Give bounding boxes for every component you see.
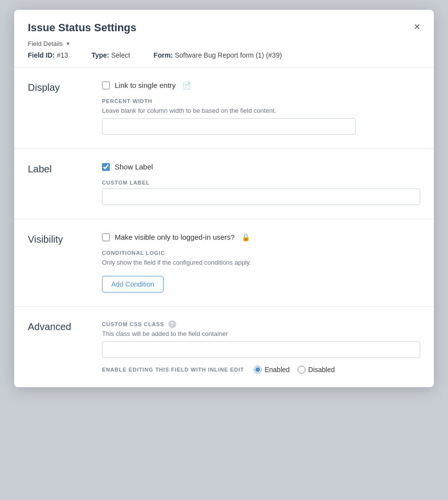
link-to-single-entry-row: Link to single entry 📄 <box>102 81 420 89</box>
logged-in-checkbox[interactable] <box>102 233 110 241</box>
file-icon: 📄 <box>183 82 191 89</box>
form-label: Form: <box>154 51 173 59</box>
inline-edit-disabled-radio[interactable] <box>298 366 305 374</box>
inline-edit-enabled-option[interactable]: Enabled <box>254 366 289 374</box>
modal-container: × Issue Status Settings Field Details ▼ … <box>14 10 434 387</box>
field-details-toggle[interactable]: Field Details ▼ <box>28 40 420 47</box>
form-item: Form: Software Bug Report form (1) (#39) <box>154 51 282 59</box>
close-button[interactable]: × <box>410 20 424 34</box>
display-section-label: Display <box>28 81 86 135</box>
inline-edit-row: ENABLE EDITING THIS FIELD WITH INLINE ED… <box>102 366 420 374</box>
lock-icon: 🔒 <box>242 233 250 241</box>
custom-css-hint: This class will be added to the field co… <box>102 330 420 337</box>
form-value: Software Bug Report form (1) (#39) <box>175 51 282 59</box>
visibility-section-label: Visibility <box>28 233 86 292</box>
inline-edit-enabled-label: Enabled <box>265 366 289 374</box>
label-section-label: Label <box>28 163 86 205</box>
help-icon[interactable]: ? <box>168 320 176 328</box>
advanced-section: Advanced CUSTOM CSS CLASS ? This class w… <box>14 307 434 387</box>
link-to-single-entry-label[interactable]: Link to single entry <box>115 81 176 89</box>
link-to-single-entry-checkbox[interactable] <box>102 82 110 89</box>
visibility-section: Visibility Make visible only to logged-i… <box>14 219 434 307</box>
label-section-content: Show Label CUSTOM LABEL <box>102 163 420 205</box>
inline-edit-label: ENABLE EDITING THIS FIELD WITH INLINE ED… <box>102 367 244 373</box>
percent-width-hint: Leave blank for column width to be based… <box>102 107 420 114</box>
visibility-section-content: Make visible only to logged-in users? 🔒 … <box>102 233 420 292</box>
modal-title: Issue Status Settings <box>28 21 420 34</box>
advanced-section-label: Advanced <box>28 320 86 374</box>
field-meta: Field ID: #13 Type: Select Form: Softwar… <box>28 51 420 59</box>
type-item: Type: Select <box>91 51 130 59</box>
inline-edit-disabled-label: Disabled <box>308 366 335 374</box>
conditional-logic-label: CONDITIONAL LOGIC <box>102 250 420 256</box>
field-id-label: Field ID: <box>28 51 55 59</box>
display-section: Display Link to single entry 📄 PERCENT W… <box>14 67 434 149</box>
custom-css-header-row: CUSTOM CSS CLASS ? <box>102 320 420 328</box>
inline-edit-radio-group: Enabled Disabled <box>254 366 335 374</box>
type-label: Type: <box>91 51 109 59</box>
show-label-checkbox[interactable] <box>102 163 110 171</box>
custom-css-sublabel: CUSTOM CSS CLASS <box>102 321 164 327</box>
inline-edit-enabled-radio[interactable] <box>254 366 262 374</box>
show-label-label[interactable]: Show Label <box>115 163 153 171</box>
chevron-down-icon: ▼ <box>66 41 71 46</box>
show-label-row: Show Label <box>102 163 420 171</box>
custom-label-sublabel: CUSTOM LABEL <box>102 180 420 186</box>
modal-header: × Issue Status Settings Field Details ▼ … <box>14 10 434 67</box>
advanced-section-content: CUSTOM CSS CLASS ? This class will be ad… <box>102 320 420 374</box>
percent-width-label: PERCENT WIDTH <box>102 98 420 104</box>
logged-in-label[interactable]: Make visible only to logged-in users? <box>115 233 235 241</box>
inline-edit-disabled-option[interactable]: Disabled <box>298 366 335 374</box>
logged-in-row: Make visible only to logged-in users? 🔒 <box>102 233 420 241</box>
field-details-label: Field Details <box>28 40 63 47</box>
type-value: Select <box>111 51 130 59</box>
label-section: Label Show Label CUSTOM LABEL <box>14 149 434 219</box>
add-condition-button[interactable]: Add Condition <box>102 276 163 292</box>
field-id-value: #13 <box>57 51 68 59</box>
field-id-item: Field ID: #13 <box>28 51 68 59</box>
display-section-content: Link to single entry 📄 PERCENT WIDTH Lea… <box>102 81 420 135</box>
custom-css-input[interactable] <box>102 341 420 358</box>
percent-width-input[interactable] <box>102 118 356 135</box>
conditional-logic-hint: Only show the field if the configured co… <box>102 259 420 266</box>
custom-label-input[interactable] <box>102 188 420 205</box>
